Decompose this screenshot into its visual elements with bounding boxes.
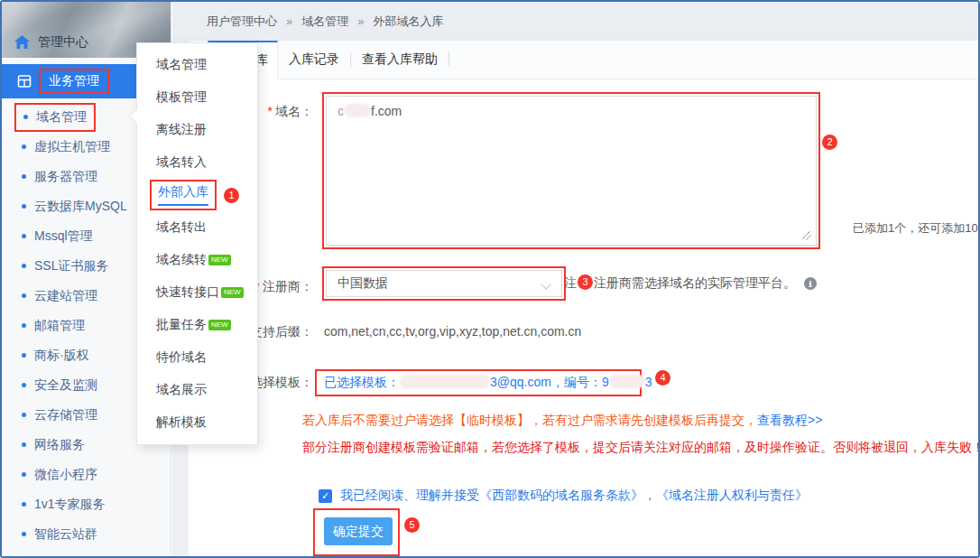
breadcrumb-separator: » [357, 14, 364, 28]
annotation-box: 确定提交 [313, 508, 400, 556]
domain-counter: 已添加1个，还可添加1000个 [853, 220, 980, 237]
section-label: 业务管理 [39, 69, 109, 94]
bullet-icon [22, 442, 26, 447]
chevron-down-icon [541, 279, 550, 289]
bullet-icon [22, 264, 26, 268]
agreement-row: ✓ 我已经阅读、理解并接受《西部数码的域名服务条款》，《域名注册人权利与责任》 [319, 488, 808, 504]
annotation-box: 已选择模板：3@qq.com，编号：93 [315, 369, 642, 396]
redacted-blur [609, 375, 645, 388]
menu-item-transfer-in[interactable]: 域名转入 [137, 146, 257, 179]
bullet-icon [22, 144, 26, 149]
sidebar-item-expert[interactable]: 1v1专家服务 [2, 489, 171, 519]
submit-button[interactable]: 确定提交 [324, 517, 393, 545]
sidebar-item-label: 域名管理 [36, 109, 87, 126]
annotation-badge-1: 1 [224, 188, 239, 203]
warning-transfer-note: 若入库后不需要过户请选择【临时模板】，若有过户需求请先创建模板后再提交，查看教程… [302, 413, 822, 429]
view-tutorial-link[interactable]: 查看教程>> [757, 413, 822, 427]
annotation-badge-5: 5 [404, 517, 420, 533]
tab-import-help[interactable]: 查看入库帮助 [351, 51, 448, 68]
menu-item-offline-reg[interactable]: 离线注册 [137, 114, 257, 146]
new-badge: NEW [221, 287, 244, 298]
domain-value-prefix: c [337, 104, 344, 118]
sidebar-item-wechat-mini[interactable]: 微信小程序 [2, 460, 171, 489]
agreement-checkbox[interactable]: ✓ [319, 489, 332, 503]
breadcrumb-domain-mgmt[interactable]: 域名管理 [301, 14, 348, 30]
domain-value-suffix: f.com [371, 104, 402, 118]
annotation-badge-2: 2 [822, 135, 837, 150]
tab-separator [448, 52, 449, 67]
breadcrumb-user-center[interactable]: 用户管理中心 [207, 14, 277, 30]
bullet-icon [22, 234, 26, 238]
menu-item-dns-template[interactable]: 解析模板 [137, 406, 257, 439]
annotation-box: 中国数据 [322, 266, 566, 301]
new-badge: NEW [208, 320, 231, 330]
tab-import-records[interactable]: 入库记录 [278, 51, 350, 68]
bullet-icon [22, 353, 26, 358]
bullet-icon [22, 413, 26, 417]
home-icon [14, 35, 30, 50]
menu-item-domain-mgmt[interactable]: 域名管理 [137, 49, 257, 81]
sidebar-item-smartcloud[interactable]: 智能云站群 [2, 519, 171, 549]
annotation-box: 域名管理 [14, 103, 96, 132]
import-form: *域名： cf.com 2 已添加1个，还可添加1000个 *注册商： 中国数据… [189, 79, 978, 556]
domain-flyout-menu: 域名管理 模板管理 离线注册 域名转入 外部入库 1 域名转出 域名续转NEW … [136, 42, 258, 445]
redacted-blur [344, 104, 371, 117]
breadcrumb-current: 外部域名入库 [373, 14, 443, 30]
registrar-selected-value: 中国数据 [337, 275, 388, 292]
tab-bar: 域名入库 入库记录 查看入库帮助 [189, 41, 978, 79]
bullet-icon [22, 383, 26, 387]
bullet-icon [22, 174, 26, 179]
menu-item-transfer-out[interactable]: 域名转出 [137, 211, 257, 244]
menu-item-template-mgmt[interactable]: 模板管理 [137, 81, 257, 114]
selected-template-text[interactable]: 已选择模板：3@qq.com，编号：93 [324, 375, 652, 391]
bullet-icon [22, 532, 26, 536]
resize-handle-icon[interactable] [802, 231, 811, 240]
bullet-icon [22, 472, 26, 477]
main-content: 用户管理中心 » 域名管理 » 外部域名入库 域名入库 入库记录 查看入库帮助 … [172, 2, 978, 556]
grid-icon [17, 74, 32, 88]
domain-textarea[interactable]: cf.com [326, 96, 817, 246]
annotation-box: 外部入库 [150, 180, 217, 210]
menu-item-special-domain[interactable]: 特价域名 [137, 341, 257, 374]
bullet-icon [23, 115, 28, 119]
annotation-badge-4: 4 [655, 370, 670, 386]
home-label: 管理中心 [38, 34, 88, 51]
new-badge: NEW [208, 255, 231, 265]
bullet-icon [22, 502, 26, 507]
sidebar-item-home[interactable]: 管理中心 [14, 34, 88, 51]
annotation-badge-3: 3 [578, 274, 593, 290]
bullet-icon [22, 323, 26, 328]
registrar-select[interactable]: 中国数据 [326, 270, 562, 297]
menu-item-renewal[interactable]: 域名续转NEW [137, 244, 257, 276]
sidebar-item-promo[interactable]: 推广中心 [2, 549, 171, 558]
menu-item-domain-display[interactable]: 域名展示 [137, 374, 257, 406]
breadcrumb: 用户管理中心 » 域名管理 » 外部域名入库 [172, 2, 978, 41]
registrar-hint: 注 3 注册商需选择域名的实际管理平台。 i [564, 275, 817, 292]
bullet-icon [22, 293, 26, 298]
bullet-icon [22, 204, 26, 209]
menu-item-quick-api[interactable]: 快速转接口NEW [137, 276, 257, 309]
warning-verify-email: 部分注册商创建模板需验证邮箱，若您选择了模板，提交后请关注对应的邮箱，及时操作验… [302, 440, 980, 456]
menu-item-external-import[interactable]: 外部入库 1 [137, 179, 257, 211]
app-window: 管理中心 业务管理 域名管理 虚拟主机管理 服务器管理 云数据库MySQL Ms… [0, 0, 980, 558]
menu-item-batch-task[interactable]: 批量任务NEW [137, 309, 257, 341]
agreement-text[interactable]: 我已经阅读、理解并接受《西部数码的域名服务条款》，《域名注册人权利与责任》 [340, 488, 808, 504]
redacted-blur [400, 375, 490, 388]
annotation-box: cf.com [322, 92, 820, 249]
breadcrumb-separator: » [286, 14, 292, 28]
supported-suffix-value: com,net,cn,cc,tv,org,vip,xyz,top,net.cn,… [324, 324, 581, 339]
info-icon[interactable]: i [804, 277, 817, 290]
